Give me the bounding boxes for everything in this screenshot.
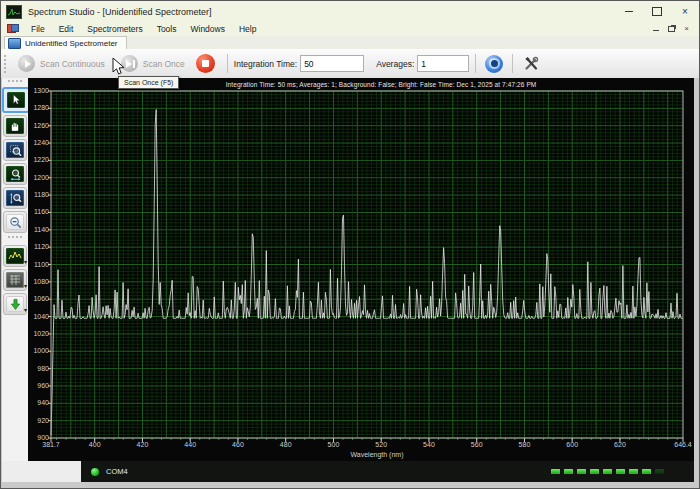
x-axis-label: 400 [78,441,112,448]
y-axis-label: 1240 [28,139,49,147]
averages-input[interactable] [417,55,469,72]
scan-continuous-button[interactable]: Scan Continuous [13,53,110,74]
menu-item-windows[interactable]: Windows [183,23,231,35]
play-continuous-icon [18,55,35,72]
scan-once-label: Scan Once [143,59,185,69]
zoom-x-tool-button[interactable] [3,163,27,185]
x-axis-label: 500 [316,441,350,448]
zoom-out-icon [9,216,22,229]
y-axis-label: 1280 [28,104,49,112]
y-axis-label: 940 [28,399,49,407]
stop-button[interactable] [196,54,215,73]
scan-continuous-label: Scan Continuous [40,59,105,69]
y-axis-label: 920 [28,417,49,425]
menu-item-edit[interactable]: Edit [52,23,81,35]
dropdown-arrow-icon: ▾ [24,307,27,313]
x-axis-label: 520 [364,441,398,448]
window-title: Spectrum Studio - [Unidentified Spectrom… [28,7,212,17]
menu-bar: FileEditSpectrometersToolsWindowsHelp × [1,22,699,36]
x-axis-label: 560 [460,441,494,448]
zoom-window-tool-button[interactable] [3,139,27,161]
led-indicator [603,469,612,474]
crossed-tools-icon [524,56,539,71]
y-axis-label: 1260 [28,122,49,130]
y-axis-label: 1060 [28,295,49,303]
averages-label: Averages: [376,59,414,69]
save-arrow-icon [9,298,22,311]
led-indicator [564,469,573,474]
y-axis-label: 1200 [28,174,49,182]
scan-once-tooltip: Scan Once (F5) [118,76,179,89]
export-data-button[interactable]: ▾ [3,293,27,315]
y-axis-label: 1040 [28,313,49,321]
settings-tools-button[interactable] [519,53,543,75]
tab-unidentified-spectrometer[interactable]: Unidentified Spectrometer [4,36,127,49]
minimize-button[interactable] [615,1,643,22]
y-axis-label: 1140 [28,226,49,234]
zoom-y-tool-button[interactable] [3,187,27,209]
integration-time-input[interactable] [300,55,364,72]
zoom-y-axis-icon [9,192,22,205]
x-axis-title: Wavelength (nm) [307,451,447,458]
pan-tool-button[interactable] [3,115,27,137]
x-axis-label: 620 [603,441,637,448]
pointer-icon [10,94,22,106]
y-axis-label: 1020 [28,330,49,338]
hand-icon [9,120,21,132]
y-axis-label: 1220 [28,156,49,164]
spectrum-plot[interactable] [47,90,689,444]
x-axis-label: 600 [555,441,589,448]
chart-display-icon [8,250,22,262]
toolbar: Scan Continuous Scan Once Integration Ti… [1,49,699,79]
x-axis-label: 460 [221,441,255,448]
app-window: Spectrum Studio - [Unidentified Spectrom… [0,0,700,489]
integration-time-label: Integration Time: [234,59,297,69]
y-axis-label: 1080 [28,278,49,286]
led-indicator [642,469,651,474]
menu-item-file[interactable]: File [24,23,52,35]
child-window-icon [7,24,18,34]
y-axis-label: 960 [28,382,49,390]
stop-icon [202,60,209,67]
zoom-out-tool-button[interactable] [3,211,27,233]
x-axis-label: 420 [125,441,159,448]
close-button[interactable]: × [671,1,699,22]
pointer-tool-button[interactable] [2,87,30,113]
x-axis-label: 540 [412,441,446,448]
app-icon [6,5,22,19]
signal-led-bar [551,469,664,474]
background-capture-button[interactable] [485,55,503,73]
y-axis-label: 1180 [28,191,49,199]
connection-status-icon [91,468,99,476]
tab-label: Unidentified Spectrometer [25,39,118,48]
led-indicator [655,469,664,474]
menu-item-help[interactable]: Help [232,23,263,35]
led-indicator [616,469,625,474]
x-axis-label: 580 [507,441,541,448]
x-axis-label: 480 [269,441,303,448]
com-port-label: COM4 [106,467,128,476]
dropdown-arrow-icon: ▾ [24,259,27,265]
mouse-cursor-icon [112,57,125,76]
maximize-button[interactable] [643,1,671,22]
screenshot-stage: Spectrum Studio - [Unidentified Spectrom… [0,0,700,489]
menu-item-spectrometers[interactable]: Spectrometers [80,23,149,35]
status-bar-left [2,461,82,482]
led-indicator [590,469,599,474]
child-restore-button[interactable] [668,26,675,32]
scan-once-button[interactable]: Scan Once [116,53,190,74]
view-options-button[interactable]: ▾ [3,269,27,291]
title-bar: Spectrum Studio - [Unidentified Spectrom… [1,1,699,23]
document-tab-strip: Unidentified Spectrometer [1,36,699,50]
child-close-button[interactable]: × [684,25,689,33]
x-axis-label: 440 [173,441,207,448]
led-indicator [577,469,586,474]
display-mode-button[interactable]: ▾ [3,245,27,267]
grid-display-icon [8,274,22,286]
child-minimize-button[interactable] [653,30,659,31]
zoom-window-icon [9,144,22,157]
y-axis-label: 1000 [28,347,49,355]
led-indicator [551,469,560,474]
menu-item-tools[interactable]: Tools [150,23,184,35]
spectrometer-tab-icon [8,38,21,49]
